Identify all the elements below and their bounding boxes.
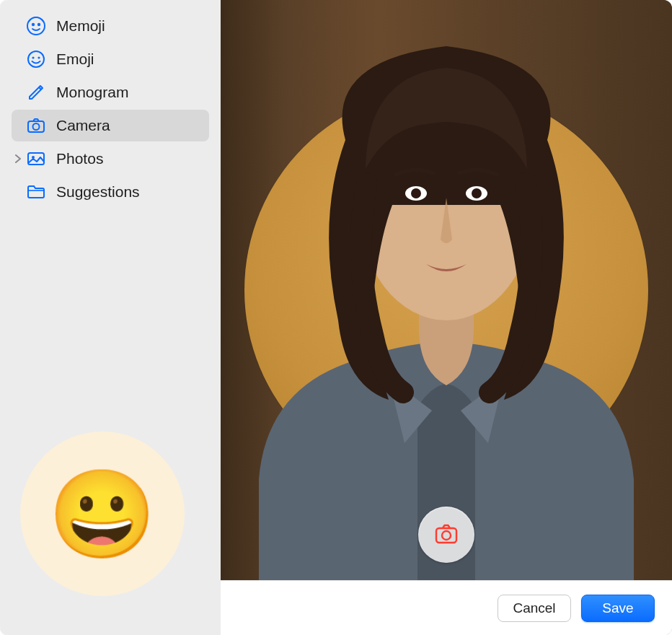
current-avatar-emoji: 😀 (48, 470, 156, 557)
sidebar-item-photos[interactable]: Photos (12, 143, 209, 175)
save-button[interactable]: Save (581, 595, 655, 622)
camera-icon (26, 115, 46, 136)
camera-preview (221, 0, 672, 580)
svg-point-17 (472, 188, 482, 198)
sidebar-item-label: Memoji (56, 17, 105, 35)
camera-shutter-icon (433, 521, 459, 549)
svg-point-3 (28, 51, 44, 67)
sidebar: Memoji Emoji (0, 0, 221, 635)
main-panel: Cancel Save (221, 0, 672, 635)
photos-icon (26, 149, 46, 169)
memoji-face-icon (26, 16, 46, 36)
emoji-smile-icon (26, 49, 46, 69)
svg-point-19 (442, 531, 451, 540)
svg-point-1 (32, 23, 35, 26)
profile-picture-editor-window: Memoji Emoji (0, 0, 672, 635)
svg-point-15 (411, 188, 421, 198)
chevron-right-icon[interactable] (13, 154, 23, 164)
svg-point-7 (33, 123, 40, 130)
capture-photo-button[interactable] (418, 507, 474, 563)
sidebar-item-camera[interactable]: Camera (12, 110, 209, 141)
sidebar-item-label: Photos (56, 150, 103, 167)
sidebar-item-monogram[interactable]: Monogram (12, 76, 209, 108)
sidebar-item-label: Monogram (56, 84, 128, 101)
sidebar-item-suggestions[interactable]: Suggestions (12, 176, 209, 208)
sidebar-item-memoji[interactable]: Memoji (12, 10, 209, 42)
footer-toolbar: Cancel Save (221, 580, 672, 635)
svg-point-2 (37, 23, 40, 26)
sidebar-item-label: Suggestions (56, 183, 140, 201)
sidebar-list: Memoji Emoji (12, 10, 209, 208)
folder-icon (26, 182, 46, 202)
sidebar-item-label: Emoji (56, 51, 94, 68)
svg-point-4 (32, 56, 34, 58)
pencil-icon (26, 82, 46, 102)
cancel-button[interactable]: Cancel (498, 595, 571, 622)
sidebar-item-emoji[interactable]: Emoji (12, 43, 209, 75)
current-avatar-preview: 😀 (20, 432, 185, 596)
camera-subject-illustration (221, 17, 672, 580)
svg-point-5 (37, 56, 40, 58)
sidebar-item-label: Camera (56, 117, 110, 134)
